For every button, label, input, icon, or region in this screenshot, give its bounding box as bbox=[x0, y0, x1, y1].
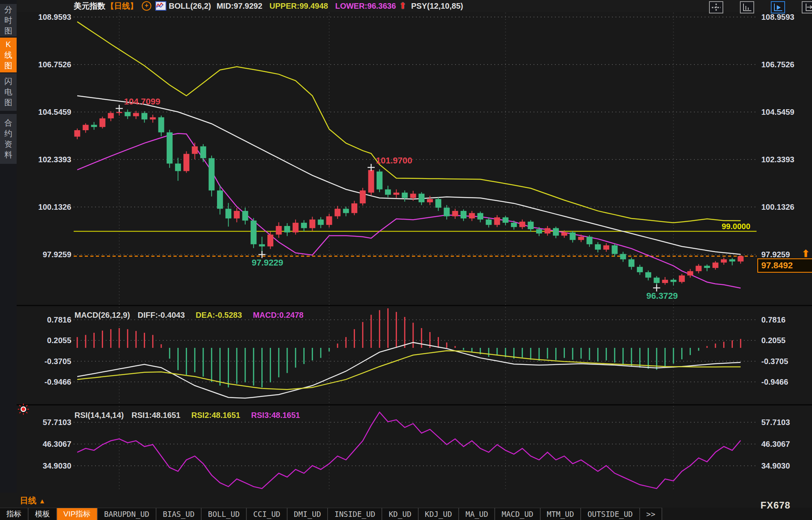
alert-line-label: 99.0000 bbox=[722, 222, 750, 231]
candle-body bbox=[536, 229, 542, 233]
indicator-tab-kdjud[interactable]: KDJ_UD bbox=[419, 508, 459, 520]
indicator-tab-maud[interactable]: MA_UD bbox=[459, 508, 495, 520]
price-tick-label: 102.3393 bbox=[38, 155, 71, 164]
price-tick-label: 104.5459 bbox=[38, 108, 71, 116]
boll-upper-line bbox=[77, 22, 741, 223]
macd-tick-label: -0.3705 bbox=[761, 357, 788, 366]
candle-body bbox=[561, 232, 567, 235]
chart-app: 美元指数 【日线】 + BOLL(26,2) MID:97.9292 UPPER… bbox=[0, 0, 812, 520]
indicator-tab-vip[interactable]: VIP指标 bbox=[57, 508, 98, 520]
indicator-tab-kdud[interactable]: KD_UD bbox=[382, 508, 418, 520]
macd-diff-line bbox=[77, 342, 741, 398]
period-selector[interactable]: 日线▲ bbox=[20, 495, 46, 506]
mini-chart-icon[interactable] bbox=[155, 1, 166, 11]
candle-body bbox=[427, 199, 433, 202]
candle-body bbox=[629, 259, 635, 267]
macd-title: MACD(26,12,9) bbox=[74, 311, 130, 319]
indicator-tab-macdud[interactable]: MACD_UD bbox=[495, 508, 540, 520]
candle-body bbox=[125, 112, 131, 116]
rsi-title: RSI(14,14,14) bbox=[74, 411, 124, 419]
candle-body bbox=[150, 117, 156, 119]
indicator-tab-[interactable]: 指标 bbox=[0, 508, 29, 520]
rsi-pane-header: RSI(14,14,14) RSI1:48.1651 RSI2:48.1651 … bbox=[74, 411, 300, 420]
period-row: 日线▲ bbox=[0, 493, 812, 508]
indicator-tab->>[interactable]: >> bbox=[640, 508, 663, 520]
candle-body bbox=[410, 194, 416, 198]
candle-body bbox=[83, 125, 89, 130]
up-arrow-icon: ⬆ bbox=[399, 1, 406, 11]
high-price-label: 104.7099 bbox=[124, 97, 160, 106]
candle-body bbox=[729, 259, 735, 261]
period-tag: 【日线】 bbox=[106, 1, 138, 11]
candle-body bbox=[242, 211, 248, 220]
rsi-tick-label: 46.3067 bbox=[761, 440, 790, 448]
high-price-label: 101.9700 bbox=[376, 156, 412, 165]
chart-canvas[interactable]: 2025/042025/052025/062025/0799.0000104.7… bbox=[17, 12, 812, 493]
circled-plus-icon[interactable]: + bbox=[142, 1, 151, 11]
boll-params-label: BOLL(26,2) bbox=[169, 2, 211, 11]
sidebar-tab-1[interactable]: 分时图 bbox=[0, 4, 17, 36]
candle-body bbox=[570, 232, 576, 240]
candle-body bbox=[503, 217, 509, 223]
candle-body bbox=[116, 112, 122, 113]
candle-body bbox=[183, 154, 189, 171]
top-bar: 美元指数 【日线】 + BOLL(26,2) MID:97.9292 UPPER… bbox=[0, 0, 812, 12]
candle-body bbox=[612, 245, 618, 254]
macd-pane-header: MACD(26,12,9) DIFF:-0.4043 DEA:-0.5283 M… bbox=[74, 311, 303, 320]
candle-body bbox=[545, 228, 551, 233]
candle-body bbox=[519, 222, 525, 227]
candle-body bbox=[444, 208, 450, 216]
rsi-tick-label: 57.7103 bbox=[761, 418, 790, 427]
candle-body bbox=[74, 130, 80, 137]
price-tick-label: 106.7526 bbox=[761, 60, 794, 69]
candle-body bbox=[343, 209, 349, 213]
candle-body bbox=[461, 211, 467, 218]
candle-body bbox=[360, 190, 366, 203]
indicator-tab-dmiud[interactable]: DMI_UD bbox=[288, 508, 328, 520]
rsi-tick-label: 46.3067 bbox=[43, 440, 71, 448]
boll-mid-line bbox=[77, 96, 741, 254]
candle-body bbox=[217, 190, 223, 209]
indicator-tab-insideud[interactable]: INSIDE_UD bbox=[328, 508, 382, 520]
sidebar-tab-4[interactable]: 合约资料 bbox=[0, 114, 17, 164]
macd-dea-line bbox=[77, 351, 741, 389]
price-tick-label: 108.9593 bbox=[761, 13, 794, 21]
candle-body bbox=[309, 220, 315, 228]
candle-body bbox=[192, 146, 198, 154]
boll-mid-value: MID:97.9292 bbox=[217, 2, 263, 11]
candle-body bbox=[108, 113, 114, 119]
price-tick-label: 100.1326 bbox=[38, 203, 71, 211]
candle-body bbox=[486, 220, 492, 225]
candle-body bbox=[620, 254, 626, 260]
indicator-tab-bollud[interactable]: BOLL_UD bbox=[202, 508, 247, 520]
indicator-tab-outsideud[interactable]: OUTSIDE_UD bbox=[581, 508, 640, 520]
indicator-tab-bar: 指标模板VIP指标BARUPDN_UDBIAS_UDBOLL_UDCCI_UDD… bbox=[0, 508, 812, 520]
indicator-tab-[interactable]: 模板 bbox=[29, 508, 57, 520]
price-tick-label: 97.9259 bbox=[43, 250, 71, 259]
candle-body bbox=[284, 226, 290, 232]
macd-tick-label: -0.9466 bbox=[44, 378, 71, 386]
candle-body bbox=[335, 209, 341, 216]
candle-body bbox=[696, 266, 701, 271]
candle-body bbox=[133, 113, 139, 116]
candle-body bbox=[662, 280, 668, 283]
sidebar-tab-2[interactable]: K线图 bbox=[0, 38, 17, 72]
candle-body bbox=[225, 209, 231, 218]
rsi-tick-label: 34.9030 bbox=[43, 461, 71, 470]
psy-params-label: PSY(12,10,85) bbox=[411, 2, 463, 11]
candle-body bbox=[654, 278, 660, 283]
rsi2-value: RSI2:48.1651 bbox=[191, 411, 240, 419]
symbol-title: 美元指数 bbox=[74, 1, 105, 11]
candle-body bbox=[704, 266, 710, 268]
candle-body bbox=[452, 211, 458, 216]
indicator-tab-cciud[interactable]: CCI_UD bbox=[247, 508, 288, 520]
indicator-tab-barupdnud[interactable]: BARUPDN_UD bbox=[98, 508, 156, 520]
indicator-tab-biasud[interactable]: BIAS_UD bbox=[156, 508, 202, 520]
candle-body bbox=[385, 190, 391, 195]
macd-tick-label: 0.2055 bbox=[761, 336, 785, 345]
sidebar-tab-3[interactable]: 闪电图 bbox=[0, 73, 17, 111]
candle-body bbox=[91, 125, 97, 127]
hot-indicator-icon[interactable] bbox=[17, 403, 29, 417]
macd-tick-label: 0.7816 bbox=[47, 315, 71, 324]
indicator-tab-mtmud[interactable]: MTM_UD bbox=[541, 508, 581, 520]
